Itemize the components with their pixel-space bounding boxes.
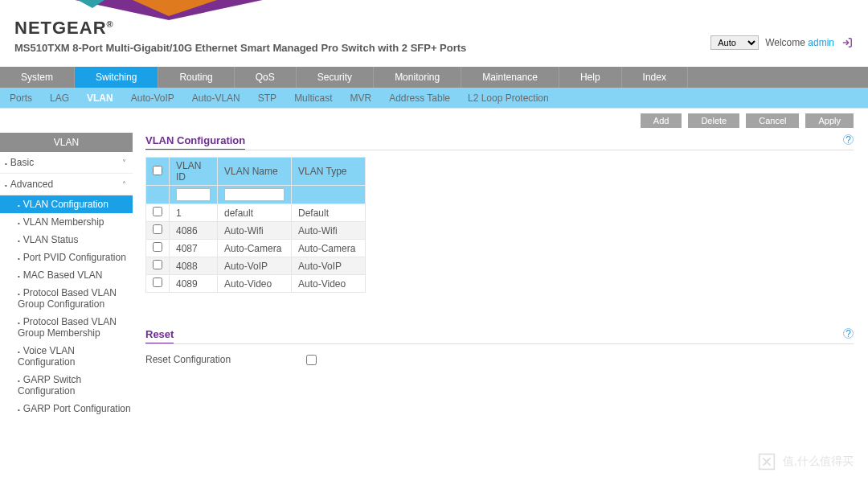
help-icon[interactable]: ? — [843, 134, 854, 145]
cell-vlan-name: default — [218, 204, 292, 222]
sub-nav-lag[interactable]: LAG — [50, 92, 69, 104]
delete-button[interactable]: Delete — [688, 113, 739, 128]
cell-vlan-type: Auto-Wifi — [292, 222, 366, 240]
table-row[interactable]: 1defaultDefault — [146, 204, 366, 222]
select-all-checkbox[interactable] — [153, 166, 162, 175]
language-select[interactable]: Auto — [710, 35, 759, 50]
col-vlan-type: VLAN Type — [292, 158, 366, 186]
col-vlan-id: VLAN ID — [170, 158, 218, 186]
main-nav-monitoring[interactable]: Monitoring — [374, 67, 461, 88]
sub-nav-auto-vlan[interactable]: Auto-VLAN — [192, 92, 240, 104]
sub-nav: PortsLAGVLANAuto-VoIPAuto-VLANSTPMultica… — [0, 88, 868, 109]
cell-vlan-type: Auto-Video — [292, 275, 366, 293]
row-checkbox[interactable] — [153, 278, 162, 287]
reset-config-checkbox[interactable] — [306, 355, 317, 365]
logout-icon[interactable] — [841, 36, 854, 49]
sidebar: VLAN •Basic˅•Advanced˄•VLAN Configuratio… — [0, 133, 133, 422]
main-nav-maintenance[interactable]: Maintenance — [461, 67, 559, 88]
cell-vlan-name: Auto-Wifi — [218, 222, 292, 240]
help-icon[interactable]: ? — [843, 328, 854, 339]
cell-vlan-type: Default — [292, 204, 366, 222]
sub-nav-address-table[interactable]: Address Table — [389, 92, 450, 104]
sidebar-item-port-pvid-configuration[interactable]: •Port PVID Configuration — [0, 249, 133, 266]
cell-vlan-id: 4089 — [170, 275, 218, 293]
col-vlan-name: VLAN Name — [218, 158, 292, 186]
cell-vlan-name: Auto-Video — [218, 275, 292, 293]
welcome-label: Welcome admin — [765, 37, 834, 48]
sub-nav-stp[interactable]: STP — [258, 92, 276, 104]
reset-config-label: Reset Configuration — [145, 354, 306, 365]
main-nav-routing[interactable]: Routing — [158, 67, 234, 88]
main-nav-system[interactable]: System — [0, 67, 75, 88]
filter-vlan-id[interactable] — [176, 188, 211, 201]
sidebar-item-vlan-membership[interactable]: •VLAN Membership — [0, 213, 133, 231]
sub-nav-ports[interactable]: Ports — [10, 92, 32, 104]
row-checkbox[interactable] — [153, 242, 162, 252]
action-bar: AddDeleteCancelApply — [0, 109, 868, 133]
sidebar-item-garp-port-configuration[interactable]: •GARP Port Configuration — [0, 400, 133, 417]
sidebar-item-vlan-status[interactable]: •VLAN Status — [0, 231, 133, 249]
brand-name: NETGEAR — [14, 18, 107, 38]
sub-nav-vlan[interactable]: VLAN — [87, 92, 113, 104]
sub-nav-mvr[interactable]: MVR — [350, 92, 371, 104]
main-nav-index[interactable]: Index — [622, 67, 688, 88]
table-row[interactable]: 4089Auto-VideoAuto-Video — [146, 275, 366, 293]
cancel-button[interactable]: Cancel — [746, 113, 799, 128]
main-nav-security[interactable]: Security — [297, 67, 374, 88]
panel-title-vlan-config: VLAN Configuration — [145, 134, 245, 150]
vlan-table: VLAN ID VLAN Name VLAN Type 1defaultDefa… — [145, 157, 366, 293]
sub-nav-multicast[interactable]: Multicast — [294, 92, 332, 104]
brand-reg: ® — [107, 19, 114, 29]
panel-title-reset: Reset — [145, 328, 174, 344]
sidebar-item-protocol-based-vlan-group-configuration[interactable]: •Protocol Based VLAN Group Configuration — [0, 284, 133, 313]
sub-nav-l2-loop-protection[interactable]: L2 Loop Protection — [468, 92, 549, 104]
cell-vlan-id: 1 — [170, 204, 218, 222]
sidebar-item-mac-based-vlan[interactable]: •MAC Based VLAN — [0, 266, 133, 284]
sidebar-header: VLAN — [0, 133, 133, 152]
cell-vlan-id: 4086 — [170, 222, 218, 240]
sidebar-group-advanced[interactable]: •Advanced˄ — [0, 174, 133, 195]
add-button[interactable]: Add — [641, 113, 682, 128]
main-nav-qos[interactable]: QoS — [235, 67, 297, 88]
sidebar-item-protocol-based-vlan-group-membership[interactable]: •Protocol Based VLAN Group Membership — [0, 313, 133, 342]
main-nav: SystemSwitchingRoutingQoSSecurityMonitor… — [0, 67, 868, 88]
main-nav-help[interactable]: Help — [559, 67, 622, 88]
row-checkbox[interactable] — [153, 260, 162, 269]
table-row[interactable]: 4088Auto-VoIPAuto-VoIP — [146, 257, 366, 275]
welcome-user: admin — [808, 37, 834, 48]
cell-vlan-type: Auto-Camera — [292, 240, 366, 257]
table-row[interactable]: 4086Auto-WifiAuto-Wifi — [146, 222, 366, 240]
main-nav-switching[interactable]: Switching — [75, 67, 158, 88]
chevron-down-icon: ˅ — [122, 158, 126, 167]
cell-vlan-id: 4087 — [170, 240, 218, 257]
sidebar-item-garp-switch-configuration[interactable]: •GARP Switch Configuration — [0, 371, 133, 400]
sidebar-item-voice-vlan-configuration[interactable]: •Voice VLAN Configuration — [0, 342, 133, 371]
cell-vlan-name: Auto-VoIP — [218, 257, 292, 275]
sub-nav-auto-voip[interactable]: Auto-VoIP — [131, 92, 174, 104]
chevron-up-icon: ˄ — [122, 180, 126, 189]
table-row[interactable]: 4087Auto-CameraAuto-Camera — [146, 240, 366, 257]
sidebar-item-vlan-configuration[interactable]: •VLAN Configuration — [0, 195, 133, 213]
row-checkbox[interactable] — [153, 207, 162, 216]
apply-button[interactable]: Apply — [805, 113, 854, 128]
cell-vlan-id: 4088 — [170, 257, 218, 275]
cell-vlan-type: Auto-VoIP — [292, 257, 366, 275]
sidebar-group-basic[interactable]: •Basic˅ — [0, 152, 133, 174]
row-checkbox[interactable] — [153, 224, 162, 234]
cell-vlan-name: Auto-Camera — [218, 240, 292, 257]
filter-vlan-name[interactable] — [224, 188, 285, 201]
